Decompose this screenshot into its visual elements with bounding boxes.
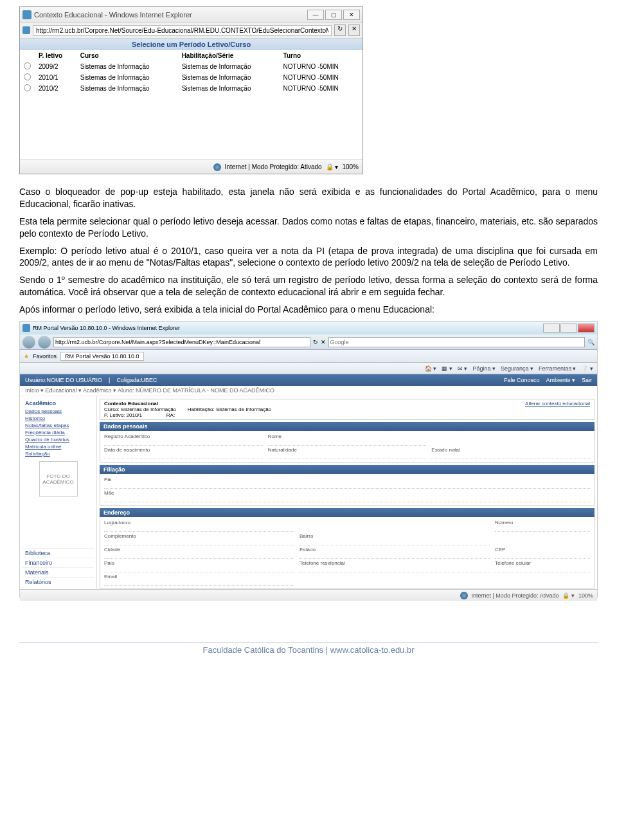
feed-icon[interactable]: ▦ ▾	[442, 365, 452, 372]
col-curso: Curso	[76, 50, 178, 61]
sidebar-item-solicitacao[interactable]: Solicitação	[22, 450, 94, 457]
panel-endereco-head: Endereço	[100, 508, 595, 517]
status-text: Internet | Modo Protegido: Ativado	[225, 163, 322, 170]
lbl-registro: Registro Acadêmico	[104, 434, 263, 439]
sidebar-item-frequencia[interactable]: Freqüência diária	[22, 429, 94, 436]
usuario-value: NOME DO USUÁRIO	[47, 377, 103, 383]
main-screenshot: RM Portal Versão 10.80.10.0 - Windows In…	[19, 321, 598, 598]
popup-statusbar: Internet | Modo Protegido: Ativado 🔒 ▾ 1…	[20, 160, 362, 174]
panel-endereco-body: Logradouro Número Complemento Bairro Cid…	[100, 517, 595, 589]
table-header-row: P. letivo Curso Habilitação/Série Turno	[20, 50, 362, 61]
popup-title: Contexto Educacional - Windows Internet …	[34, 11, 307, 19]
close-button[interactable]: ✕	[343, 10, 360, 20]
paragraph-3: Exemplo: O período letivo atual é o 2010…	[19, 245, 598, 269]
sidebar-item-notas-faltas[interactable]: Notas/faltas etapas	[22, 422, 94, 429]
search-icon[interactable]: 🔍	[587, 339, 595, 345]
cell-hab: Sistemas de Informação	[178, 72, 280, 83]
table-row[interactable]: 2010/2 Sistemas de Informação Sistemas d…	[20, 83, 362, 94]
forward-button[interactable]	[38, 336, 51, 349]
favorites-star-icon[interactable]: ★	[24, 353, 29, 360]
home-icon[interactable]: 🏠 ▾	[425, 365, 437, 372]
radio-icon[interactable]	[24, 62, 31, 69]
stop-button[interactable]: ✕	[321, 339, 326, 345]
sidebar-section-relatorios[interactable]: Relatórios	[22, 577, 94, 587]
cell-turno: NOTURNO -50MIN	[280, 72, 362, 83]
mail-icon[interactable]: ✉ ▾	[458, 365, 468, 372]
lbl-cep: CEP	[495, 547, 590, 552]
alterar-contexto-link[interactable]: Alterar contexto educacional	[525, 401, 590, 418]
command-bar: 🏠 ▾ ▦ ▾ ✉ ▾ Página ▾ Segurança ▾ Ferrame…	[20, 363, 597, 374]
back-button[interactable]	[22, 336, 35, 349]
refresh-button[interactable]: ↻	[334, 24, 346, 36]
lbl-logradouro: Logradouro	[104, 520, 294, 525]
minimize-button[interactable]: —	[307, 10, 324, 20]
lbl-cidade: Cidade	[104, 547, 294, 552]
refresh-button[interactable]: ↻	[313, 339, 318, 345]
popup-content-header: Selecione um Período Letivo/Curso	[20, 39, 362, 50]
main-statusbar: Internet | Modo Protegido: Ativado 🔒 ▾ 1…	[20, 589, 597, 601]
sidebar-item-horarios[interactable]: Quadro de horários	[22, 436, 94, 443]
security-icon: 🔒 ▾	[562, 592, 575, 599]
favicon-icon	[22, 26, 30, 34]
lbl-bairro: Bairro	[300, 533, 490, 539]
favorites-label[interactable]: Favoritos	[33, 353, 57, 360]
popup-titlebar: Contexto Educacional - Windows Internet …	[20, 7, 362, 23]
cell-curso: Sistemas de Informação	[76, 83, 178, 94]
sidebar-item-historico[interactable]: Histórico	[22, 415, 94, 422]
table-row[interactable]: 2010/1 Sistemas de Informação Sistemas d…	[20, 72, 362, 83]
lbl-estado-natal: Estado natal	[431, 447, 590, 453]
popup-body: P. letivo Curso Habilitação/Série Turno …	[20, 50, 362, 160]
favicon-icon	[22, 10, 31, 19]
paragraph-4: Sendo o 1º semestre do acadêmico na inst…	[19, 274, 598, 298]
breadcrumb[interactable]: Início ▾ Educacional ▾ Acadêmico ▾ Aluno…	[20, 386, 597, 396]
lbl-pais: País	[104, 560, 294, 566]
close-button[interactable]	[578, 324, 595, 333]
curso-label: Curso:	[104, 406, 120, 412]
sidebar-section-biblioteca[interactable]: Biblioteca	[22, 548, 94, 558]
lbl-naturalidade: Naturalidade	[268, 447, 427, 453]
maximize-button[interactable]: ▢	[325, 10, 342, 20]
sair-link[interactable]: Sair	[582, 377, 592, 383]
browser-tab[interactable]: RM Portal Versão 10.80.10.0	[60, 352, 144, 361]
popup-addressbar: ↻ ✕	[20, 23, 362, 39]
globe-icon	[213, 163, 221, 171]
radio-icon[interactable]	[24, 73, 31, 80]
sidebar-item-dados-pessoais[interactable]: Dados pessoais	[22, 408, 94, 415]
radio-icon[interactable]	[24, 84, 31, 91]
ambiente-menu[interactable]: Ambiente ▾	[546, 377, 575, 383]
cmd-seguranca[interactable]: Segurança ▾	[501, 365, 533, 372]
lbl-estado: Estado	[300, 547, 490, 552]
page-footer: Faculdade Católica do Tocantins | www.ca…	[19, 643, 598, 655]
fale-conosco-link[interactable]: Fale Conosco	[504, 377, 540, 383]
coligada-label: Coligada:	[116, 377, 141, 383]
search-input[interactable]	[328, 337, 586, 347]
sidebar-section-materiais[interactable]: Materiais	[22, 567, 94, 577]
cmd-pagina[interactable]: Página ▾	[472, 365, 496, 372]
panel-dados-head: Dados pessoais	[100, 422, 595, 431]
cell-hab: Sistemas de Informação	[178, 61, 280, 72]
favorites-bar: ★ Favoritos RM Portal Versão 10.80.10.0	[20, 350, 597, 363]
curso-value: Sistemas de Informação	[121, 406, 176, 412]
minimize-button[interactable]	[543, 324, 560, 333]
cell-curso: Sistemas de Informação	[76, 72, 178, 83]
col-habilitacao: Habilitação/Série	[178, 50, 280, 61]
sidebar-section-financeiro[interactable]: Financeiro	[22, 558, 94, 567]
table-row[interactable]: 2009/2 Sistemas de Informação Sistemas d…	[20, 61, 362, 72]
context-title: Contexto Educacional	[104, 401, 158, 406]
lbl-nome: Nome	[268, 434, 427, 439]
popup-window: Contexto Educacional - Windows Internet …	[19, 6, 363, 174]
maximize-button[interactable]	[560, 324, 577, 333]
cell-periodo: 2009/2	[35, 61, 76, 72]
help-icon[interactable]: ❔ ▾	[581, 365, 593, 372]
url-input[interactable]	[33, 25, 332, 36]
cell-turno: NOTURNO -50MIN	[280, 83, 362, 94]
col-periodo: P. letivo	[35, 50, 76, 61]
cmd-ferramentas[interactable]: Ferramentas ▾	[539, 365, 577, 372]
main-content: Contexto Educacional Curso: Sistemas de …	[97, 396, 597, 589]
pl-label: P. Letivo:	[104, 412, 125, 418]
coligada-value: UBEC	[141, 377, 157, 383]
sidebar-item-matricula[interactable]: Matrícula online	[22, 443, 94, 450]
stop-button[interactable]: ✕	[348, 24, 360, 36]
hab-value: Sistemas de Informação	[216, 406, 271, 412]
url-input[interactable]	[53, 337, 310, 347]
